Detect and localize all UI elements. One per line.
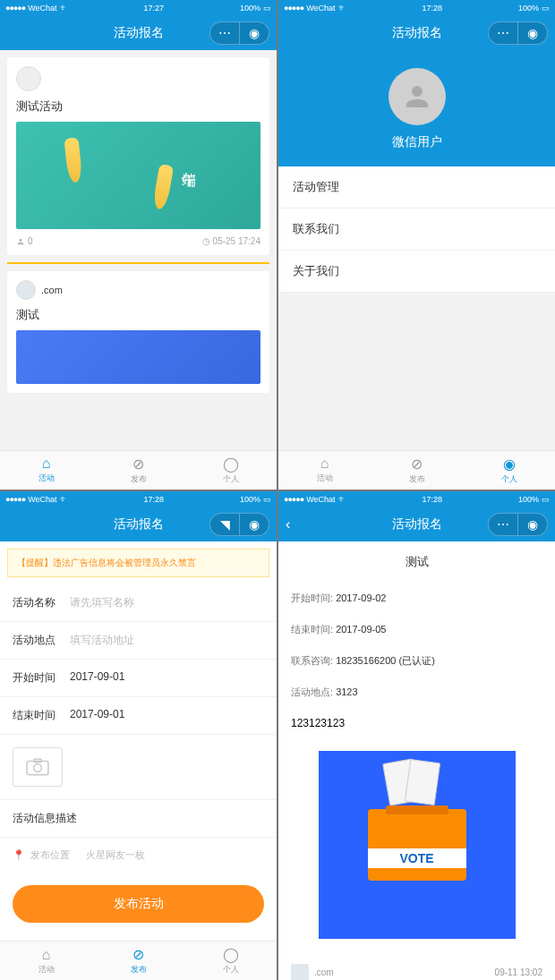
detail-place: 活动地点: 3123: [278, 677, 555, 708]
person-icon: ◉: [503, 456, 516, 473]
close-button[interactable]: ◉: [518, 514, 547, 535]
tab-activity[interactable]: ⌂活动: [0, 942, 92, 980]
profile-header: 微信用户: [278, 50, 555, 166]
timestamp: ◷ 05-25 17:24: [202, 236, 260, 246]
menu-list: 活动管理 联系我们 关于我们: [278, 166, 555, 293]
tab-personal[interactable]: ◉个人: [463, 451, 555, 490]
status-bar: ●●●●● WeChatᯤ 17:27 100%▭: [0, 0, 277, 16]
home-icon: ⌂: [320, 456, 329, 472]
tab-bar: ⌂活动 ⊘发布 ◯个人: [0, 450, 277, 490]
content-area: 测试活动 端午 0 ◷ 05-25 17:24 .com 测试: [0, 50, 277, 450]
home-icon: ⌂: [42, 947, 51, 963]
end-value: 2017-09-01: [70, 708, 264, 723]
field-place[interactable]: 活动地点 填写活动地址: [0, 622, 277, 660]
field-name[interactable]: 活动名称 请先填写名称: [0, 584, 277, 622]
detail-start: 开始时间: 2017-09-02: [278, 583, 555, 614]
capsule: ⋯ ◉: [209, 21, 269, 45]
avatar[interactable]: [388, 68, 446, 125]
more-button[interactable]: ⋯: [210, 22, 239, 44]
person-icon: ◯: [223, 946, 239, 963]
svg-point-1: [34, 763, 42, 771]
menu-about[interactable]: 关于我们: [278, 251, 555, 293]
back-button[interactable]: ‹: [286, 516, 290, 533]
capsule: ⋯ ◉: [488, 21, 548, 45]
detail-image: VOTE: [278, 738, 555, 951]
tab-personal[interactable]: ◯个人: [184, 942, 277, 980]
card-meta: 0 ◷ 05-25 17:24: [16, 236, 260, 246]
nav-bar: ‹ 活动报名 ⋯ ◉: [278, 507, 555, 541]
place-input: 填写活动地址: [70, 633, 134, 648]
avatar: [16, 66, 41, 91]
nav-bar: 活动报名 ◥ ◉: [0, 507, 277, 541]
field-end[interactable]: 结束时间 2017-09-01: [0, 697, 277, 735]
publish-button[interactable]: 发布活动: [13, 885, 264, 923]
capsule: ◥ ◉: [209, 513, 269, 536]
card-image: 端午: [16, 122, 260, 229]
capsule: ⋯ ◉: [488, 513, 548, 536]
screen-activity-list: ●●●●● WeChatᯤ 17:27 100%▭ 活动报名 ⋯ ◉ 测试活动 …: [0, 0, 277, 490]
profile-name: 微信用户: [392, 134, 442, 150]
tab-publish[interactable]: ⊘发布: [371, 451, 463, 490]
card-title: 测试: [16, 307, 260, 323]
form-content: 【提醒】违法广告信息将会被管理员永久禁言 活动名称 请先填写名称 活动地点 填写…: [0, 541, 277, 942]
activity-card[interactable]: .com 测试: [7, 271, 269, 393]
page-title: 活动报名: [392, 516, 442, 533]
field-description[interactable]: 活动信息描述: [0, 799, 277, 837]
status-bar: ●●●●● WeChatᯤ 17:28 100%▭: [278, 0, 555, 16]
menu-activity-manage[interactable]: 活动管理: [278, 166, 555, 209]
tab-activity[interactable]: ⌂活动: [0, 451, 92, 490]
detail-content: 测试 开始时间: 2017-09-02 结束时间: 2017-09-05 联系咨…: [278, 541, 555, 981]
start-value: 2017-09-01: [70, 670, 264, 686]
status-bar: ●●●●● WeChatᯤ 17:28 100%▭: [0, 491, 277, 507]
more-button[interactable]: ⋯: [489, 514, 517, 535]
add-image-button[interactable]: [13, 747, 63, 787]
page-title: 活动报名: [114, 516, 164, 533]
nav-bar: 活动报名 ⋯ ◉: [278, 16, 555, 50]
status-bar: ●●●●● WeChatᯤ 17:28 100%▭: [278, 491, 555, 507]
close-button[interactable]: ◉: [240, 514, 269, 535]
detail-body: 123123123: [278, 708, 555, 738]
author-row: .com 09-11 13:02: [278, 957, 555, 981]
page-title: 活动报名: [114, 25, 164, 41]
publish-icon: ⊘: [132, 946, 144, 963]
username: .com: [41, 285, 63, 295]
activity-card[interactable]: 测试活动 端午 0 ◷ 05-25 17:24: [7, 57, 269, 255]
image-upload: [0, 735, 277, 799]
publish-icon: ⊘: [411, 456, 423, 473]
close-button[interactable]: ◉: [518, 22, 547, 44]
tab-personal[interactable]: ◯个人: [184, 451, 277, 490]
card-image: [16, 330, 260, 384]
menu-contact[interactable]: 联系我们: [278, 209, 555, 251]
field-start[interactable]: 开始时间 2017-09-01: [0, 660, 277, 697]
home-icon: ⌂: [42, 456, 51, 472]
avatar: [16, 280, 36, 300]
close-button[interactable]: ◉: [240, 22, 269, 44]
warning-banner: 【提醒】违法广告信息将会被管理员永久禁言: [7, 549, 269, 577]
svg-rect-0: [27, 761, 48, 774]
pin-icon: 📍: [13, 849, 25, 861]
timestamp: 09-11 13:02: [495, 967, 542, 977]
likes-count: 0: [16, 236, 33, 246]
person-icon: ◯: [223, 456, 239, 473]
name-input: 请先填写名称: [70, 595, 134, 610]
tab-publish[interactable]: ⊘发布: [92, 942, 184, 980]
avatar: [291, 964, 309, 981]
card-title: 测试活动: [16, 98, 260, 115]
page-title: 活动报名: [392, 25, 442, 41]
author-name: .com: [314, 967, 334, 977]
detail-end: 结束时间: 2017-09-05: [278, 614, 555, 645]
tab-activity[interactable]: ⌂活动: [278, 451, 371, 490]
tab-bar: ⌂活动 ⊘发布 ◯个人: [0, 941, 277, 980]
screen-publish: ●●●●● WeChatᯤ 17:28 100%▭ 活动报名 ◥ ◉ 【提醒】违…: [0, 491, 277, 981]
send-button[interactable]: ◥: [210, 514, 239, 535]
screen-detail: ●●●●● WeChatᯤ 17:28 100%▭ ‹ 活动报名 ⋯ ◉ 测试 …: [278, 491, 555, 981]
tab-publish[interactable]: ⊘发布: [92, 451, 184, 490]
more-button[interactable]: ⋯: [489, 22, 517, 44]
publish-icon: ⊘: [132, 456, 144, 473]
detail-contact: 联系咨询: 18235166200 (已认证): [278, 645, 555, 677]
detail-title: 测试: [278, 541, 555, 583]
screen-profile: ●●●●● WeChatᯤ 17:28 100%▭ 活动报名 ⋯ ◉ 微信用户 …: [278, 0, 555, 490]
nav-bar: 活动报名 ⋯ ◉: [0, 16, 277, 50]
tab-bar: ⌂活动 ⊘发布 ◉个人: [278, 450, 555, 490]
field-location[interactable]: 📍 发布位置 火星网友一枚: [0, 837, 277, 873]
